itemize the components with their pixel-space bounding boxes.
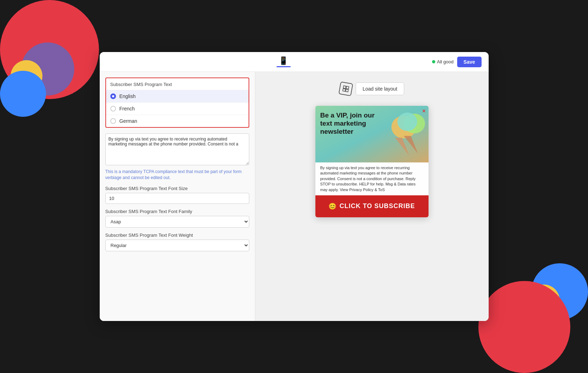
font-size-input[interactable] [105,193,249,204]
status-dot [432,60,435,63]
bg-circle-red-tl [0,0,99,99]
font-weight-field: Subscriber SMS Program Text Font Weight … [105,233,249,251]
popup-title: Be a VIP, join our text marketing newsle… [320,111,377,136]
language-option-french[interactable]: French [106,102,249,115]
svg-rect-2 [346,89,349,92]
left-panel: Subscriber SMS Program Text English Fren… [100,72,255,321]
language-label-english: English [120,93,136,99]
save-button[interactable]: Save [457,57,482,67]
font-size-field: Subscriber SMS Program Text Font Size [105,186,249,204]
svg-rect-0 [343,86,346,88]
main-content: Subscriber SMS Program Text English Fren… [100,72,489,321]
layout-icon [339,81,354,96]
language-option-english[interactable]: English [106,90,249,102]
radio-english[interactable] [110,93,116,99]
language-label-french: French [120,106,135,111]
right-panel: Load site layout × [255,72,489,321]
top-bar-right: All good Save [432,57,482,67]
language-option-german[interactable]: German [106,115,249,127]
font-weight-select[interactable]: Regular [105,240,249,251]
top-bar: 📱 All good Save [100,52,489,72]
compliance-textarea[interactable]: By signing up via text you agree to rece… [105,133,249,165]
popup-body-text: By signing up via text you agree to rece… [320,166,416,192]
subscribe-button[interactable]: 😊 CLICK TO SUBSCRIBE [315,195,429,217]
font-size-label: Subscriber SMS Program Text Font Size [105,186,249,191]
tab-underline [276,66,291,67]
popup-text-overlay: Be a VIP, join our text marketing newsle… [315,106,429,162]
compliance-note: This is a mandatory TCPA compliance text… [105,169,249,181]
font-family-label: Subscriber SMS Program Text Font Family [105,209,249,214]
radio-french[interactable] [110,106,116,111]
svg-rect-1 [346,86,349,89]
bg-circle-blue-right [531,263,588,320]
load-layout-button[interactable]: Load site layout [356,82,404,95]
bg-circle-yellow [11,60,42,92]
language-box-title: Subscriber SMS Program Text [106,78,249,90]
font-family-select[interactable]: Asap [105,216,249,228]
language-selection-box: Subscriber SMS Program Text English Fren… [105,78,249,128]
radio-german[interactable] [110,118,116,124]
top-bar-center: 📱 [276,56,291,67]
popup-preview-card: × [315,106,429,217]
bg-circle-blue-left [0,71,46,117]
status-indicator: All good [432,59,454,64]
svg-rect-3 [343,89,346,92]
language-label-german: German [120,118,138,124]
status-label: All good [437,59,454,64]
bg-circle-yellow-right [528,285,560,316]
font-weight-label: Subscriber SMS Program Text Font Weight [105,233,249,238]
bg-circle-purple [21,42,74,96]
bg-circle-red-br [478,281,570,373]
compliance-section: By signing up via text you agree to rece… [105,133,249,181]
app-window: 📱 All good Save Subscriber SMS Program T… [100,52,489,321]
subscribe-emoji: 😊 [328,202,337,210]
popup-close-button[interactable]: × [422,108,425,114]
subscribe-label: CLICK TO SUBSCRIBE [339,202,415,210]
font-family-field: Subscriber SMS Program Text Font Family … [105,209,249,228]
popup-image-bg: Be a VIP, join our text marketing newsle… [315,106,429,162]
popup-body: By signing up via text you agree to rece… [315,162,429,195]
mobile-icon: 📱 [279,56,288,65]
load-layout-row: Load site layout [339,82,404,95]
